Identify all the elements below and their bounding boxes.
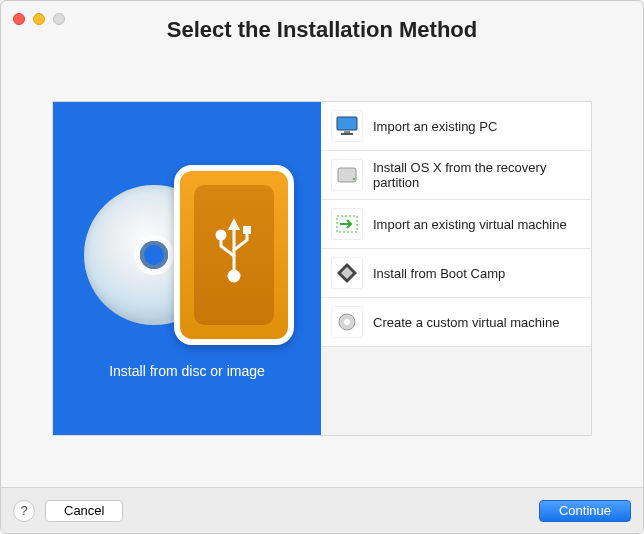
- selected-method-panel[interactable]: Install from disc or image: [53, 102, 321, 435]
- continue-button[interactable]: Continue: [539, 500, 631, 522]
- option-label: Create a custom virtual machine: [373, 315, 559, 330]
- svg-rect-7: [341, 133, 353, 135]
- help-button[interactable]: ?: [13, 500, 35, 522]
- svg-point-14: [344, 319, 350, 325]
- option-label: Import an existing virtual machine: [373, 217, 567, 232]
- option-import-pc[interactable]: Import an existing PC: [321, 102, 591, 151]
- usb-drive-icon: [174, 165, 294, 345]
- option-boot-camp[interactable]: Install from Boot Camp: [321, 249, 591, 298]
- option-label: Install OS X from the recovery partition: [373, 160, 581, 190]
- svg-marker-2: [228, 218, 240, 230]
- page-title: Select the Installation Method: [1, 17, 643, 43]
- selected-method-label: Install from disc or image: [109, 363, 265, 379]
- svg-rect-5: [337, 117, 357, 130]
- option-label: Install from Boot Camp: [373, 266, 505, 281]
- import-arrow-icon: [331, 208, 363, 240]
- pc-monitor-icon: [331, 110, 363, 142]
- usb-symbol-icon: [209, 216, 259, 286]
- bootcamp-icon: [331, 257, 363, 289]
- svg-rect-6: [344, 131, 350, 133]
- svg-point-1: [229, 271, 239, 281]
- method-options-list: Import an existing PC Install OS X from …: [321, 102, 591, 435]
- option-recovery-partition[interactable]: Install OS X from the recovery partition: [321, 151, 591, 200]
- option-label: Import an existing PC: [373, 119, 497, 134]
- svg-rect-4: [243, 226, 251, 234]
- disc-image-illustration: [92, 159, 282, 349]
- options-list-filler: [321, 347, 591, 435]
- option-import-vm[interactable]: Import an existing virtual machine: [321, 200, 591, 249]
- bottom-toolbar: ? Cancel Continue: [1, 487, 643, 533]
- cancel-button[interactable]: Cancel: [45, 500, 123, 522]
- svg-point-3: [217, 231, 225, 239]
- gear-icon: [331, 306, 363, 338]
- option-custom-vm[interactable]: Create a custom virtual machine: [321, 298, 591, 347]
- main-content: Install from disc or image Import an exi…: [52, 101, 592, 436]
- svg-point-9: [353, 178, 355, 180]
- hard-drive-icon: [331, 159, 363, 191]
